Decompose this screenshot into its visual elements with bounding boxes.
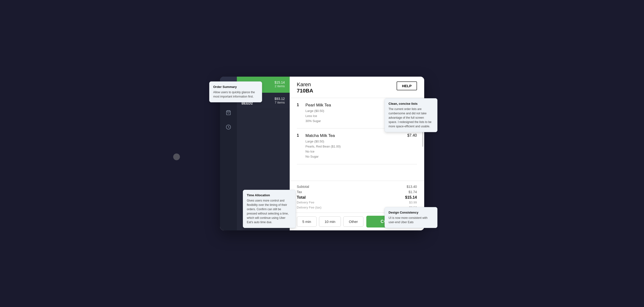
circle-indicator (173, 154, 180, 160)
delivery-fee-value: $3.99 (409, 200, 417, 204)
time-button[interactable]: Other (343, 216, 364, 227)
tooltip-order-summary-body: Allow users to quickly glance the most i… (213, 90, 258, 99)
subtotal-row: Subtotal $13.40 (297, 185, 417, 188)
tooltip-clean-lists-body: The current order lists are cumbersome a… (389, 107, 433, 128)
tax-row: Tax $1.74 (297, 190, 417, 194)
tooltip-time-allocation-title: Time Allocation (247, 194, 292, 197)
delivery-tax-label: Delivery Fee (tax) (297, 206, 322, 209)
tooltip-time-allocation-body: Gives users more control and flexibility… (247, 198, 292, 224)
tooltip-order-summary-title: Order Summary (213, 85, 258, 89)
delivery-fee-row: Delivery Fee $3.99 (297, 200, 417, 204)
customer-code: 710BA (297, 88, 313, 94)
delivery-fee-label: Delivery Fee (297, 200, 314, 204)
customer-info: Karen 710BA (297, 82, 313, 94)
total-value: $15.14 (405, 195, 417, 200)
order-line: 1 Matcha Milk Tea Large ($0.50)Pearls, R… (297, 128, 417, 164)
order-item-count: 7 items (274, 101, 285, 104)
tooltip-clean-lists: Clean, concise lists The current order l… (384, 98, 438, 132)
customer-name: Karen (297, 82, 313, 88)
item-mods: Large ($0.50)Pearls, Red Bean ($1.00)No … (306, 139, 404, 159)
tooltip-design-consistency-body: UI is now more consistent with user-end … (389, 216, 433, 224)
order-qty: 1 (297, 103, 302, 107)
item-details: Matcha Milk Tea Large ($0.50)Pearls, Red… (306, 133, 404, 159)
order-item-count: 2 items (274, 84, 285, 88)
help-button[interactable]: HELP (396, 82, 417, 90)
tooltip-design-consistency: Design Consistency UI is now more consis… (384, 207, 438, 228)
sidebar-item-history[interactable] (220, 120, 237, 134)
tax-label: Tax (297, 190, 302, 194)
item-name: Matcha Milk Tea (306, 133, 404, 138)
subtotal-value: $13.40 (407, 185, 417, 188)
order-item-price: $15.14 (274, 80, 285, 84)
item-price: $7.40 (407, 133, 417, 138)
tooltip-order-summary: Order Summary Allow users to quickly gla… (209, 82, 262, 102)
sidebar-item-bag[interactable] (220, 106, 237, 120)
order-qty: 1 (297, 133, 302, 138)
tooltip-design-consistency-title: Design Consistency (389, 211, 433, 214)
order-item-price: $93.12 (274, 97, 285, 101)
tooltip-clean-lists-title: Clean, concise lists (389, 102, 433, 106)
content-header: Karen 710BA HELP (290, 77, 424, 98)
time-button[interactable]: 5 min (297, 216, 317, 227)
tax-value: $1.74 (408, 190, 417, 194)
total-label: Total (297, 195, 306, 200)
time-button[interactable]: 10 min (319, 216, 341, 227)
time-buttons-group: 5 min10 minOther (297, 216, 364, 227)
tooltip-time-allocation: Time Allocation Gives users more control… (243, 190, 296, 228)
total-row: Total $15.14 (297, 195, 417, 200)
subtotal-label: Subtotal (297, 185, 309, 188)
